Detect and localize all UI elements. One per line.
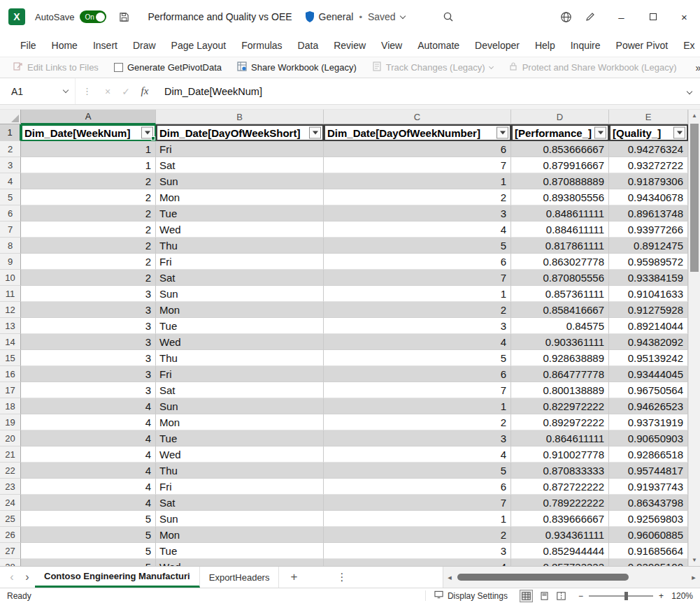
zoom-slider[interactable] [589, 595, 653, 597]
cell[interactable]: Sun [156, 511, 324, 527]
tab-data[interactable]: Data [290, 34, 327, 57]
cell[interactable]: 2 [21, 189, 156, 205]
enter-icon[interactable]: ✓ [117, 86, 135, 97]
row-header[interactable]: 19 [0, 414, 21, 430]
cell[interactable]: 4 [21, 398, 156, 414]
cell[interactable]: 0.86343798 [609, 495, 688, 511]
tab-help[interactable]: Help [527, 34, 563, 57]
cell[interactable]: Wed [156, 221, 324, 238]
cell[interactable]: 2 [324, 527, 511, 543]
cell[interactable]: 6 [324, 141, 511, 157]
cell[interactable]: 2 [21, 270, 156, 286]
cell[interactable]: 2 [21, 205, 156, 221]
filter-dropdown-icon[interactable] [594, 127, 606, 139]
cell[interactable]: Fri [156, 479, 324, 495]
add-sheet-button[interactable]: + [290, 570, 297, 584]
cell[interactable]: 5 [324, 350, 511, 366]
cell[interactable]: Sat [156, 495, 324, 511]
cell[interactable]: 3 [21, 382, 156, 398]
cell-d1[interactable]: [Performance_] [511, 124, 609, 141]
cell[interactable]: 0.94626523 [609, 398, 688, 414]
cell[interactable]: 0.90650903 [609, 430, 688, 446]
horizontal-scrollbar[interactable]: ◂ ▸ [443, 567, 700, 588]
page-break-view-button[interactable] [557, 592, 566, 600]
cell[interactable]: 1 [324, 286, 511, 302]
tab-draw[interactable]: Draw [125, 34, 164, 57]
cell[interactable]: 0.864777778 [511, 366, 609, 382]
cell[interactable]: 3 [21, 334, 156, 350]
sensitivity-label[interactable]: General [319, 11, 354, 22]
scroll-down-icon[interactable]: ▼ [689, 554, 700, 566]
cell[interactable]: Mon [156, 414, 324, 430]
cell[interactable]: 4 [324, 334, 511, 350]
cell[interactable]: 5 [324, 463, 511, 479]
cell[interactable]: 3 [324, 318, 511, 334]
cell[interactable]: 0.863027778 [511, 254, 609, 270]
cell[interactable]: Fri [156, 141, 324, 157]
row-header[interactable]: 17 [0, 382, 21, 398]
row-header[interactable]: 22 [0, 463, 21, 479]
cell[interactable]: 0.91275928 [609, 302, 688, 318]
protect-share-workbook-button[interactable]: Protect and Share Workbook (Legacy) [502, 61, 683, 73]
scroll-right-icon[interactable]: ▸ [687, 573, 700, 582]
minimize-button[interactable]: – [606, 0, 637, 34]
cell[interactable]: 3 [324, 430, 511, 446]
normal-view-button[interactable] [520, 590, 532, 602]
tab-inquire[interactable]: Inquire [563, 34, 608, 57]
vertical-scroll-thumb[interactable] [690, 124, 699, 272]
chevron-down-icon[interactable] [63, 87, 69, 93]
cell[interactable]: 4 [324, 559, 511, 566]
cell[interactable]: 0.852944444 [511, 543, 609, 559]
cell[interactable]: 7 [324, 382, 511, 398]
cell[interactable]: 0.879916667 [511, 157, 609, 173]
cell[interactable]: Sun [156, 398, 324, 414]
cell[interactable]: 0.93384159 [609, 270, 688, 286]
globe-icon[interactable] [560, 11, 572, 23]
toolbar-overflow-button[interactable]: » [689, 62, 700, 73]
tab-power-pivot[interactable]: Power Pivot [608, 34, 676, 57]
zoom-slider-thumb[interactable] [624, 592, 628, 600]
tab-review[interactable]: Review [326, 34, 373, 57]
tab-developer[interactable]: Developer [467, 34, 527, 57]
zoom-out-button[interactable]: − [578, 591, 583, 601]
cell[interactable]: 4 [324, 221, 511, 238]
cell[interactable]: 0.89613748 [609, 205, 688, 221]
row-header[interactable]: 23 [0, 479, 21, 495]
cell[interactable]: 0.91041633 [609, 286, 688, 302]
row-header[interactable]: 15 [0, 350, 21, 366]
cell[interactable]: 4 [21, 479, 156, 495]
cell[interactable]: 5 [324, 238, 511, 254]
cell[interactable]: 6 [324, 254, 511, 270]
cell[interactable]: 2 [324, 189, 511, 205]
cell[interactable]: 0.870805556 [511, 270, 609, 286]
cell[interactable]: Fri [156, 366, 324, 382]
cell[interactable]: Tue [156, 543, 324, 559]
cell[interactable]: 3 [21, 286, 156, 302]
formula-bar-expand-icon[interactable] [679, 89, 700, 94]
cell-b1[interactable]: Dim_Date[DayOfWeekShort] [156, 124, 324, 141]
cell[interactable]: 0.870888889 [511, 173, 609, 189]
row-header[interactable]: 27 [0, 543, 21, 559]
cell[interactable]: 0.872722222 [511, 479, 609, 495]
sheet-tab-contoso-engineering-manufacturi[interactable]: Contoso Engineering Manufacturi [35, 567, 200, 588]
cell[interactable]: 0.92866518 [609, 446, 688, 463]
cell[interactable]: Tue [156, 205, 324, 221]
cell[interactable]: 0.858416667 [511, 302, 609, 318]
tab-home[interactable]: Home [44, 34, 85, 57]
vertical-scrollbar[interactable]: ▲ ▼ [688, 110, 700, 566]
filter-dropdown-icon[interactable] [673, 127, 685, 139]
cell[interactable]: 4 [324, 446, 511, 463]
cell[interactable]: Sat [156, 382, 324, 398]
horizontal-scroll-thumb[interactable] [457, 574, 629, 581]
cell[interactable]: Sun [156, 173, 324, 189]
cell[interactable]: 0.893805556 [511, 189, 609, 205]
cell[interactable]: Thu [156, 238, 324, 254]
zoom-level[interactable]: 120% [669, 591, 693, 601]
cell[interactable]: 0.884611111 [511, 221, 609, 238]
cell[interactable]: 0.94276324 [609, 141, 688, 157]
column-header-b[interactable]: B [156, 110, 324, 124]
display-settings-button[interactable]: Display Settings [425, 590, 508, 601]
tab-page-layout[interactable]: Page Layout [164, 34, 234, 57]
cell[interactable]: 0.853666667 [511, 141, 609, 157]
share-workbook-button[interactable]: Share Workbook (Legacy) [231, 61, 363, 73]
